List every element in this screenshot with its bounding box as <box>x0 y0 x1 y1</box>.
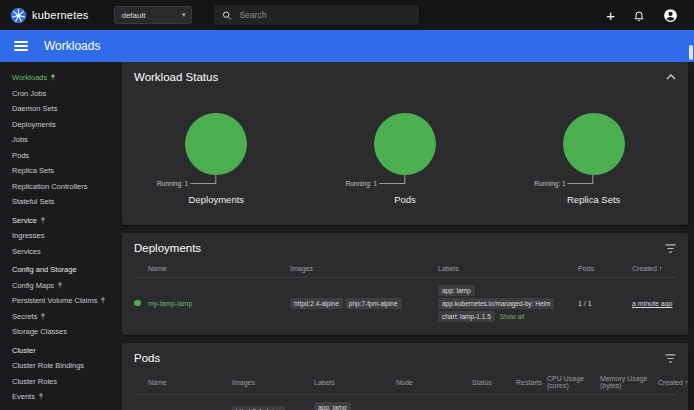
created-cell: a minute ago <box>632 300 672 307</box>
sidebar-item-pods[interactable]: Pods <box>0 148 112 164</box>
column-header-label: Created <box>658 379 683 386</box>
namespace-value: default <box>121 11 145 20</box>
column-header-images[interactable]: Images <box>290 265 438 272</box>
pods-title: Pods <box>134 352 160 364</box>
sidebar-item-secrets[interactable]: Secrets <box>0 309 112 325</box>
sidebar-item-config-maps[interactable]: Config Maps <box>0 278 112 294</box>
column-header-label: Node <box>396 379 413 386</box>
sidebar-item-label: Cron Jobs <box>12 89 46 98</box>
column-header-restarts[interactable]: Restarts <box>516 379 547 386</box>
column-header-created[interactable]: Created ↑ <box>658 379 676 386</box>
filter-icon[interactable] <box>665 354 676 363</box>
deployments-table-row[interactable]: my-lamp-lamp httpd:2.4-alpinephp:7-fpm-a… <box>134 278 676 329</box>
pin-icon <box>40 313 46 320</box>
sidebar-item-stateful-sets[interactable]: Stateful Sets <box>0 194 112 210</box>
sidebar-item-ingresses[interactable]: Ingresses <box>0 228 112 244</box>
workload-charts: Running: 1DeploymentsRunning: 1PodsRunni… <box>122 89 688 225</box>
chart-legend-label: Running: 1 <box>346 180 377 187</box>
column-header-label: Labels <box>314 379 335 386</box>
pin-icon <box>50 74 56 81</box>
sidebar-item-persistent-volume-claims[interactable]: Persistent Volume Claims <box>0 293 112 309</box>
deployments-title: Deployments <box>134 242 201 254</box>
user-account-icon[interactable] <box>663 8 678 23</box>
collapse-chevron-up-icon[interactable] <box>666 74 676 80</box>
pie-chart[interactable] <box>374 113 436 175</box>
column-header-pods[interactable]: Pods <box>578 265 632 272</box>
column-header-label: Status <box>472 379 492 386</box>
search-box[interactable] <box>214 5 419 25</box>
scrollbar-thumb[interactable] <box>689 45 693 60</box>
column-header-status[interactable]: Status <box>472 379 516 386</box>
column-header-label: Name <box>148 265 167 272</box>
filter-icon[interactable] <box>665 244 676 253</box>
status-cell <box>134 300 148 308</box>
show-all-link[interactable]: Show all <box>500 313 525 320</box>
sidebar-item-services[interactable]: Services <box>0 244 112 260</box>
notifications-bell-icon[interactable] <box>633 9 645 22</box>
pods-header-row: NameImagesLabelsNodeStatusRestartsCPU Us… <box>134 370 676 395</box>
sidebar-item-label: Jobs <box>12 135 28 144</box>
sidebar-item-cluster-role-bindings[interactable]: Cluster Role Bindings <box>0 358 112 374</box>
column-header-label: Images <box>290 265 313 272</box>
pie-chart[interactable] <box>185 113 247 175</box>
sidebar-item-events[interactable]: Events <box>0 389 112 405</box>
kubernetes-brand[interactable]: kubernetes <box>10 7 88 24</box>
menu-icon[interactable] <box>14 41 28 51</box>
pods-count-cell: 1 / 1 <box>578 300 632 307</box>
namespace-select[interactable]: default ▾ <box>114 6 192 24</box>
sidebar-item-label: Service <box>12 216 37 225</box>
column-header-images[interactable]: Images <box>232 379 314 386</box>
column-header-label: Restarts <box>516 379 542 386</box>
images-cell: httpd:2.4-alpinephp:7-fpm-alpine <box>232 405 314 410</box>
column-header-memory-usage-bytes[interactable]: Memory Usage (bytes) <box>600 375 658 389</box>
pods-table-row[interactable]: my-lamp-lamp-5fd985cf68-jwvz4 httpd:2.4-… <box>134 395 676 410</box>
pods-card: Pods NameImagesLabelsNodeStatusRestartsC… <box>122 343 688 410</box>
chart-legend: Running: 1 <box>534 175 593 184</box>
label-chip: app: lamp <box>314 402 351 410</box>
column-header-name[interactable]: Name <box>148 379 232 386</box>
sidebar-item-label: Events <box>12 392 35 401</box>
create-resource-button[interactable]: + <box>606 8 615 23</box>
sidebar-item-deployments[interactable]: Deployments <box>0 117 112 133</box>
workload-chart-replica-sets: Running: 1Replica Sets <box>499 95 688 205</box>
sidebar-item-config-and-storage[interactable]: Config and Storage <box>0 262 112 278</box>
column-header-labels[interactable]: Labels <box>438 265 578 272</box>
sidebar-item-label: Deployments <box>12 120 56 129</box>
sidebar-item-namespaces[interactable]: Namespaces <box>0 405 112 410</box>
workload-chart-pods: Running: 1Pods <box>311 95 500 205</box>
chart-title: Pods <box>394 194 416 205</box>
sidebar-item-daemon-sets[interactable]: Daemon Sets <box>0 101 112 117</box>
sidebar-item-cluster-roles[interactable]: Cluster Roles <box>0 374 112 390</box>
workload-status-title: Workload Status <box>134 71 218 83</box>
sort-ascending-icon: ↑ <box>683 379 688 386</box>
images-cell: httpd:2.4-alpinephp:7-fpm-alpine <box>290 297 438 310</box>
sidebar-item-label: Workloads <box>12 73 47 82</box>
search-icon <box>222 10 232 21</box>
sidebar-item-label: Ingresses <box>12 231 45 240</box>
workload-chart-deployments: Running: 1Deployments <box>122 95 311 205</box>
column-header-name[interactable]: Name <box>148 265 290 272</box>
sidebar-item-storage-classes[interactable]: Storage Classes <box>0 324 112 340</box>
sidebar-item-replica-sets[interactable]: Replica Sets <box>0 163 112 179</box>
column-header-labels[interactable]: Labels <box>314 379 396 386</box>
column-header-cpu-usage-cores[interactable]: CPU Usage (cores) <box>547 375 600 389</box>
sidebar-item-label: Replication Controllers <box>12 182 87 191</box>
sidebar-item-jobs[interactable]: Jobs <box>0 132 112 148</box>
deployments-card: Deployments NameImagesLabelsPodsCreated … <box>122 233 688 335</box>
sidebar-nav: WorkloadsCron JobsDaemon SetsDeployments… <box>0 62 112 410</box>
column-header-node[interactable]: Node <box>396 379 472 386</box>
search-input[interactable] <box>239 10 411 20</box>
sidebar-item-workloads[interactable]: Workloads <box>0 70 112 86</box>
sidebar-item-service[interactable]: Service <box>0 213 112 229</box>
column-header-label: Images <box>232 379 255 386</box>
deployment-name-link[interactable]: my-lamp-lamp <box>148 300 192 307</box>
sidebar-item-cluster[interactable]: Cluster <box>0 343 112 359</box>
sidebar-item-replication-controllers[interactable]: Replication Controllers <box>0 179 112 195</box>
pin-icon <box>40 217 46 224</box>
column-header-created[interactable]: Created ↑ <box>632 265 676 272</box>
sidebar-item-label: Cluster Role Bindings <box>12 361 84 370</box>
sidebar-item-cron-jobs[interactable]: Cron Jobs <box>0 86 112 102</box>
column-header-label: Pods <box>578 265 594 272</box>
pie-chart[interactable] <box>563 113 625 175</box>
pin-icon <box>38 393 44 400</box>
